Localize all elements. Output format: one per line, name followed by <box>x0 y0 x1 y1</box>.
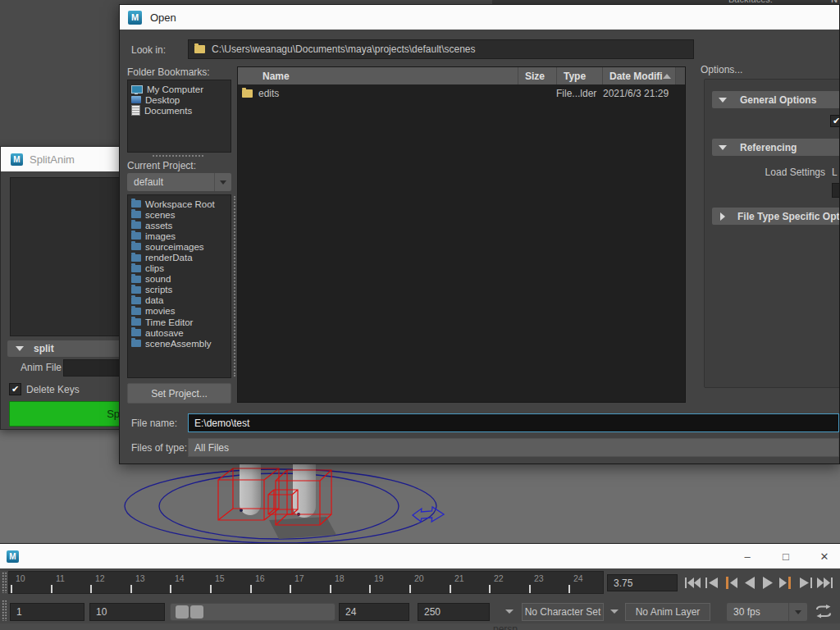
tree-item-sceneassembly[interactable]: sceneAssembly <box>128 338 231 349</box>
folder-icon <box>131 318 141 326</box>
time-slider-track[interactable]: 10 11 12 13 14 15 16 17 18 19 20 21 22 2… <box>8 571 604 594</box>
fps-dropdown[interactable]: 30 fps <box>727 603 807 621</box>
play-forward-button[interactable] <box>759 574 777 591</box>
column-header-size[interactable]: Size <box>518 67 557 84</box>
animation-start-field[interactable]: 1 <box>10 603 84 621</box>
open-dialog-title: Open <box>150 11 176 24</box>
computer-icon <box>131 85 143 94</box>
tree-item-scenes[interactable]: scenes <box>128 209 231 220</box>
project-tree: Workspace Root scenes assets images sour… <box>127 194 231 378</box>
column-header-name[interactable]: Name <box>238 67 518 84</box>
splitter-handle[interactable] <box>153 155 203 157</box>
time-tick: 21 <box>450 572 477 595</box>
file-type-specific-options-header[interactable]: File Type Specific Option <box>712 208 840 225</box>
set-project-button[interactable]: Set Project... <box>127 383 231 404</box>
time-tick: 17 <box>290 572 317 595</box>
folder-icon <box>131 308 141 315</box>
time-tick: 11 <box>51 572 79 595</box>
file-name-input[interactable]: E:\demo\test <box>188 413 839 432</box>
current-project-dropdown[interactable]: default <box>127 173 231 191</box>
animation-end-field[interactable]: 250 <box>418 603 490 621</box>
tree-item-data[interactable]: data <box>128 295 231 306</box>
look-in-combobox[interactable]: C:\Users\weanagu\Documents\maya\projects… <box>188 39 694 59</box>
step-back-key-button[interactable] <box>721 574 739 591</box>
general-options-checkbox[interactable]: ✔ <box>830 115 840 127</box>
tree-item-assets[interactable]: assets <box>128 220 231 231</box>
files-of-type-dropdown[interactable]: All Files <box>188 438 839 457</box>
column-header-type[interactable]: Type <box>557 67 603 84</box>
step-back-frame-button[interactable] <box>702 574 720 591</box>
folder-icon <box>131 276 141 283</box>
splitanim-list-panel[interactable] <box>10 177 122 336</box>
playback-start-field[interactable]: 10 <box>89 603 165 621</box>
range-slider[interactable] <box>170 603 336 621</box>
time-tick: 12 <box>90 572 118 595</box>
tree-item-autosave[interactable]: autosave <box>128 327 231 338</box>
tree-item-scripts[interactable]: scripts <box>128 285 231 295</box>
tree-item-movies[interactable]: movies <box>128 306 231 317</box>
bookmark-item-my-computer[interactable]: My Computer <box>128 84 231 94</box>
step-forward-frame-button[interactable] <box>797 574 815 591</box>
splitanim-titlebar: M SplitAnim <box>1 147 123 171</box>
folder-icon <box>194 45 205 53</box>
look-in-path: C:\Users\weanagu\Documents\maya\projects… <box>212 43 476 55</box>
tree-item-renderdata[interactable]: renderData <box>128 252 231 262</box>
options-label[interactable]: Options... <box>701 64 742 75</box>
playback-end-field[interactable]: 24 <box>339 603 409 621</box>
loop-mode-button[interactable] <box>814 605 833 622</box>
file-type-cell: File...lder <box>556 88 603 99</box>
go-to-start-button[interactable] <box>683 574 701 591</box>
chevron-down-icon[interactable] <box>505 609 514 614</box>
tree-item-time-editor[interactable]: Time Editor <box>128 317 231 327</box>
table-row[interactable]: edits File...lder 2021/6/3 21:29 <box>238 84 685 103</box>
camera-label: persp <box>493 623 518 630</box>
load-settings-value[interactable]: L <box>832 167 838 178</box>
current-time-field[interactable]: 3.75 <box>607 574 678 591</box>
documents-icon <box>131 105 140 116</box>
anim-file-label: Anim File <box>21 362 62 373</box>
tree-item-images[interactable]: images <box>128 231 231 241</box>
delete-keys-checkbox[interactable]: ✔ <box>9 383 21 395</box>
dropdown-arrow-button[interactable] <box>214 173 231 191</box>
referencing-header[interactable]: Referencing <box>712 139 840 156</box>
delete-keys-label: Delete Keys <box>26 384 80 395</box>
close-button[interactable]: ✕ <box>815 547 833 565</box>
bookmark-item-desktop[interactable]: Desktop <box>128 94 231 105</box>
go-to-end-button[interactable] <box>815 574 833 591</box>
folder-icon <box>131 243 141 250</box>
tree-item-sound[interactable]: sound <box>128 274 231 285</box>
chevron-down-icon[interactable] <box>610 609 619 614</box>
column-header-date-modified[interactable]: Date Modifi <box>603 67 676 84</box>
step-forward-key-button[interactable] <box>778 574 796 591</box>
range-slider-grip[interactable] <box>2 600 7 621</box>
general-options-header[interactable]: General Options <box>712 91 840 108</box>
split-button[interactable]: Spl <box>9 401 125 427</box>
look-in-label: Look in: <box>131 44 166 56</box>
folder-icon <box>131 232 141 240</box>
anim-layer-dropdown[interactable]: No Anim Layer <box>625 603 710 621</box>
load-settings-field-partial[interactable] <box>832 183 840 198</box>
minimize-button[interactable]: – <box>738 547 756 565</box>
range-handle-start[interactable] <box>176 605 189 619</box>
bookmark-item-documents[interactable]: Documents <box>128 105 231 116</box>
range-handle-end[interactable] <box>190 605 203 619</box>
tree-item-clips[interactable]: clips <box>128 263 231 274</box>
tree-scrollbar[interactable] <box>234 196 235 377</box>
maximize-button[interactable]: □ <box>777 547 795 565</box>
play-backwards-button[interactable] <box>740 574 758 591</box>
collapse-arrow-icon <box>720 212 725 221</box>
time-tick: 19 <box>369 572 397 595</box>
tree-item-sourceimages[interactable]: sourceimages <box>128 241 231 252</box>
time-slider-grip[interactable] <box>2 572 7 593</box>
folder-icon <box>131 211 141 218</box>
arrow-control-curve[interactable] <box>412 507 445 522</box>
tree-item-workspace-root[interactable]: Workspace Root <box>128 199 231 209</box>
split-section-header[interactable]: split <box>7 340 125 357</box>
folder-icon <box>131 200 141 208</box>
splitanim-title: SplitAnim <box>30 153 75 166</box>
anim-file-input[interactable] <box>63 359 125 377</box>
time-tick: 16 <box>250 572 278 595</box>
folder-icon <box>131 254 141 262</box>
dropdown-arrow-button[interactable] <box>788 603 807 621</box>
character-set-dropdown[interactable]: No Character Set <box>522 603 604 621</box>
